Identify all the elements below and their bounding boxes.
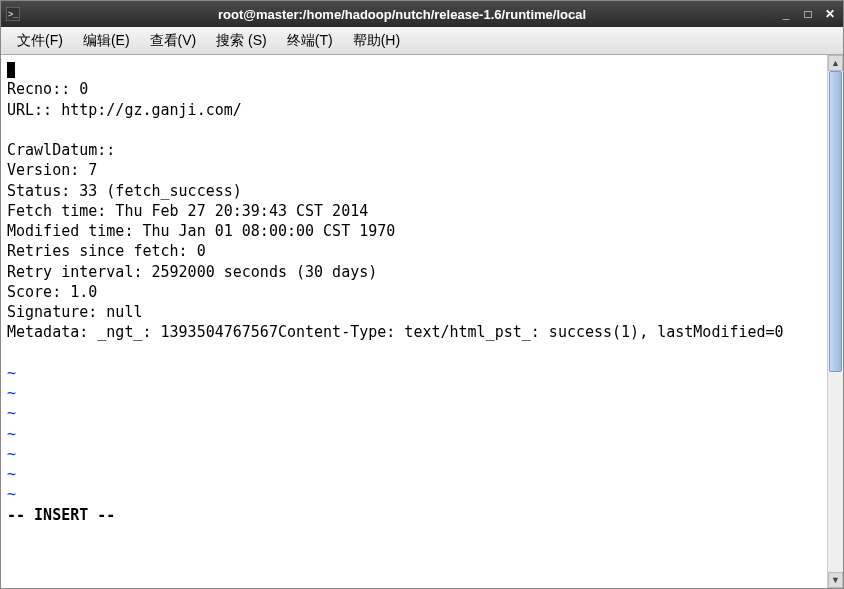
vim-tilde: ~: [7, 445, 16, 463]
scrollbar[interactable]: ▲ ▼: [827, 55, 843, 588]
vim-tilde: ~: [7, 404, 16, 422]
maximize-button[interactable]: □: [799, 6, 817, 22]
menu-view[interactable]: 查看(V): [140, 29, 207, 53]
menu-help[interactable]: 帮助(H): [343, 29, 410, 53]
titlebar[interactable]: >_ root@master:/home/hadoop/nutch/releas…: [1, 1, 843, 27]
line-crawldatum: CrawlDatum::: [7, 141, 115, 159]
line-signature: Signature: null: [7, 303, 142, 321]
line-url: URL:: http://gz.ganji.com/: [7, 101, 242, 119]
vim-tilde: ~: [7, 465, 16, 483]
line-recno: Recno:: 0: [7, 80, 88, 98]
menubar: 文件(F) 编辑(E) 查看(V) 搜索 (S) 终端(T) 帮助(H): [1, 27, 843, 55]
line-fetchtime: Fetch time: Thu Feb 27 20:39:43 CST 2014: [7, 202, 368, 220]
line-version: Version: 7: [7, 161, 97, 179]
line-metadata: Metadata: _ngt_: 1393504767567Content-Ty…: [7, 323, 784, 341]
vim-tilde: ~: [7, 364, 16, 382]
window-controls: _ □ ✕: [777, 6, 839, 22]
terminal-content[interactable]: Recno:: 0 URL:: http://gz.ganji.com/ Cra…: [1, 55, 827, 588]
menu-file[interactable]: 文件(F): [7, 29, 73, 53]
terminal-icon: >_: [5, 6, 21, 22]
scroll-track[interactable]: [828, 71, 843, 572]
minimize-button[interactable]: _: [777, 6, 795, 22]
svg-text:>_: >_: [8, 9, 19, 19]
menu-search[interactable]: 搜索 (S): [206, 29, 277, 53]
terminal-window: >_ root@master:/home/hadoop/nutch/releas…: [0, 0, 844, 589]
vim-tilde: ~: [7, 485, 16, 503]
menu-terminal[interactable]: 终端(T): [277, 29, 343, 53]
window-title: root@master:/home/hadoop/nutch/release-1…: [27, 7, 777, 22]
scroll-down-arrow[interactable]: ▼: [828, 572, 843, 588]
line-status: Status: 33 (fetch_success): [7, 182, 242, 200]
vim-status: -- INSERT --: [7, 506, 115, 524]
close-button[interactable]: ✕: [821, 6, 839, 22]
terminal-area: Recno:: 0 URL:: http://gz.ganji.com/ Cra…: [1, 55, 843, 588]
vim-tilde: ~: [7, 425, 16, 443]
line-retries: Retries since fetch: 0: [7, 242, 206, 260]
vim-tilde: ~: [7, 384, 16, 402]
scroll-thumb[interactable]: [829, 71, 842, 372]
cursor: [7, 62, 15, 78]
line-score: Score: 1.0: [7, 283, 97, 301]
line-modified: Modified time: Thu Jan 01 08:00:00 CST 1…: [7, 222, 395, 240]
scroll-up-arrow[interactable]: ▲: [828, 55, 843, 71]
menu-edit[interactable]: 编辑(E): [73, 29, 140, 53]
line-retryint: Retry interval: 2592000 seconds (30 days…: [7, 263, 377, 281]
